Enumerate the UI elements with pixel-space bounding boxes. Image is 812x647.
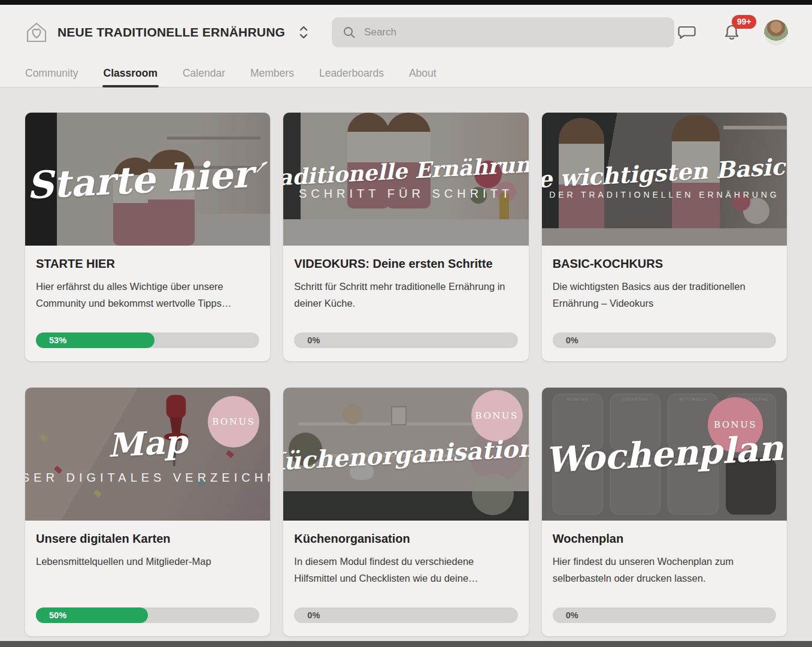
- progress-bar: 0%: [553, 332, 776, 348]
- progress-percentage: 0%: [307, 610, 320, 620]
- thumbnail-script-text: Die wichtigsten Basic's: [542, 151, 787, 194]
- thumbnail-script-text: Starte hier: [26, 151, 270, 207]
- community-logo-house-heart-icon: [24, 20, 49, 45]
- course-title: STARTE HIER: [36, 256, 259, 271]
- course-thumbnail: Die wichtigsten Basic's DER TRADITIONELL…: [542, 113, 787, 246]
- course-description: Hier erfährst du alles Wichtige über uns…: [36, 279, 259, 312]
- course-title: Küchenorganisation: [294, 531, 517, 546]
- notifications-button[interactable]: 99+: [723, 23, 740, 41]
- course-description: Die wichtigsten Basics aus der tradition…: [553, 279, 776, 312]
- course-thumbnail: BONUS Map UNSER DIGITALES VERZEICHNIS: [25, 388, 270, 521]
- thumbnail-script-text: Wochenplan: [544, 428, 784, 481]
- letterbox-top: [0, 0, 812, 5]
- tab-about[interactable]: About: [408, 60, 438, 87]
- course-card-wochenplan[interactable]: MONTAG DIENSTAG MITTWOCH DONNERSTAG FREI…: [542, 388, 787, 636]
- course-thumbnail: BONUS Küchenorganisation: [283, 388, 528, 521]
- tab-members[interactable]: Members: [249, 60, 295, 87]
- course-card-digitale-karten[interactable]: BONUS Map UNSER DIGITALES VERZEICHNIS Un…: [25, 388, 270, 636]
- progress-bar: 50%: [36, 607, 259, 623]
- thumbnail-script-text: Küchenorganisation: [283, 433, 528, 476]
- community-selector[interactable]: NEUE TRADITIONELLE ERNÄHRUNG: [24, 20, 309, 45]
- progress-bar: 0%: [553, 607, 776, 623]
- primary-tabs: Community Classroom Calendar Members Lea…: [0, 60, 812, 87]
- classroom-content: Starte hier STARTE HIER Hier erfährst du…: [0, 87, 812, 636]
- thumbnail-script-text: Traditionelle Ernährung: [283, 150, 528, 191]
- letterbox-bottom: [0, 641, 812, 647]
- chat-bubble-icon: [678, 24, 696, 41]
- course-description: Lebensmittelquellen und Mitglieder-Map: [36, 554, 259, 570]
- thumbnail-caps-text: DER TRADITIONELLEN ERNÄHRUNG: [549, 190, 779, 199]
- community-title: NEUE TRADITIONELLE ERNÄHRUNG: [57, 25, 285, 40]
- course-title: Unsere digitalen Karten: [36, 531, 259, 546]
- thumbnail-script-text: Map: [107, 422, 189, 464]
- tab-leaderboards[interactable]: Leaderboards: [318, 60, 385, 87]
- course-thumbnail: Traditionelle Ernährung SCHRITT FÜR SCHR…: [283, 113, 528, 246]
- progress-percentage: 50%: [49, 610, 66, 620]
- progress-bar: 0%: [294, 332, 517, 348]
- leaf-flourish-icon: [255, 159, 269, 173]
- progress-percentage: 53%: [49, 335, 66, 345]
- course-thumbnail: Starte hier: [25, 113, 270, 246]
- progress-percentage: 0%: [566, 610, 578, 620]
- course-title: BASIC-KOCHKURS: [553, 256, 776, 271]
- course-card-videokurs[interactable]: Traditionelle Ernährung SCHRITT FÜR SCHR…: [283, 113, 528, 361]
- course-card-kuechenorganisation[interactable]: BONUS Küchenorganisation Küchenorganisat…: [283, 388, 528, 636]
- tab-classroom[interactable]: Classroom: [102, 60, 159, 87]
- progress-bar: 53%: [36, 332, 259, 348]
- progress-percentage: 0%: [566, 335, 578, 345]
- search-input[interactable]: [364, 26, 663, 38]
- notification-count-badge: 99+: [732, 15, 757, 29]
- course-description: Schritt für Schritt mehr traditionelle E…: [294, 279, 517, 312]
- header: NEUE TRADITIONELLE ERNÄHRUNG: [0, 5, 812, 87]
- chevron-up-down-icon: [298, 25, 309, 40]
- search-icon: [343, 26, 356, 39]
- user-avatar[interactable]: [764, 20, 788, 46]
- progress-bar: 0%: [294, 607, 517, 623]
- thumbnail-caps-text: SCHRITT FÜR SCHRITT: [299, 187, 513, 201]
- thumbnail-caps-text: UNSER DIGITALES VERZEICHNIS: [25, 471, 270, 485]
- course-card-starte-hier[interactable]: Starte hier STARTE HIER Hier erfährst du…: [25, 113, 270, 361]
- course-thumbnail: MONTAG DIENSTAG MITTWOCH DONNERSTAG FREI…: [542, 388, 787, 521]
- tab-community[interactable]: Community: [24, 60, 80, 87]
- course-description: In diesem Modul findest du verschiedene …: [294, 554, 517, 586]
- course-description: Hier findest du unseren Wochenplan zum s…: [553, 554, 776, 586]
- course-title: VIDEOKURS: Deine ersten Schritte: [294, 256, 517, 271]
- tab-calendar[interactable]: Calendar: [181, 60, 226, 87]
- chat-button[interactable]: [678, 24, 696, 41]
- course-card-basic-kochkurs[interactable]: Die wichtigsten Basic's DER TRADITIONELL…: [542, 113, 787, 361]
- progress-percentage: 0%: [307, 335, 320, 345]
- search-bar[interactable]: [332, 17, 674, 47]
- course-title: Wochenplan: [553, 531, 776, 546]
